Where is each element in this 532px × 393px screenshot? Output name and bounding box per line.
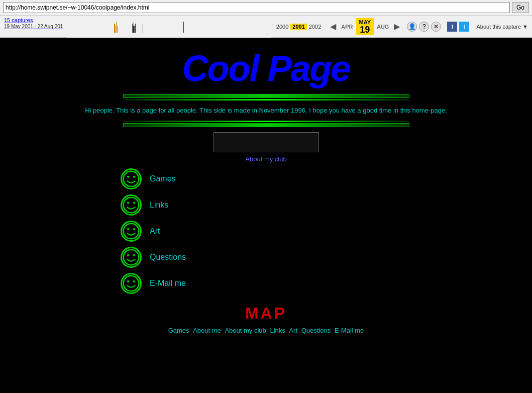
menu-item-games: Games	[121, 168, 532, 189]
about-capture-label: About this capture	[476, 24, 521, 30]
svg-point-4	[127, 202, 129, 204]
year-2002[interactable]: 2002	[307, 24, 323, 30]
about-club-link[interactable]: About my club	[245, 155, 286, 163]
svg-point-3	[124, 197, 139, 213]
svg-point-10	[127, 254, 129, 256]
menu-item-art: Art	[121, 221, 532, 242]
club-image	[214, 132, 319, 152]
timeline-bar	[67, 16, 271, 38]
svg-point-0	[124, 171, 139, 186]
svg-point-2	[133, 175, 135, 177]
year-labels: 2000 2001 2002	[271, 16, 326, 37]
twitter-icon[interactable]: t	[459, 22, 469, 32]
main-content: Cool Page Hi people. This is a page for …	[0, 38, 532, 393]
facebook-icon[interactable]: f	[447, 22, 457, 32]
month-aug[interactable]: AUG	[374, 23, 392, 31]
svg-point-8	[133, 228, 135, 230]
email-smiley	[121, 273, 142, 294]
captures-count[interactable]: 15 captures	[4, 17, 63, 24]
site-title-text: Cool Page	[182, 48, 350, 88]
close-icon[interactable]: ✕	[431, 22, 441, 32]
month-aug-label: AUG	[377, 24, 389, 30]
smiley-svg-games	[123, 170, 140, 187]
top-divider-thin	[123, 99, 409, 101]
go-button[interactable]: Go	[512, 2, 529, 13]
map-link-links[interactable]: Links	[270, 327, 285, 334]
svg-point-7	[127, 228, 129, 230]
about-capture-chevron: ▼	[522, 24, 528, 30]
svg-point-9	[124, 249, 139, 265]
smiley-svg-links	[123, 197, 140, 214]
url-bar-row: Go	[0, 0, 532, 15]
smiley-svg-email	[123, 275, 140, 292]
games-smiley	[121, 168, 142, 189]
map-link-games[interactable]: Games	[168, 327, 189, 334]
menu-list: Games Links Ar	[0, 168, 532, 294]
welcome-text: Hi people. This is a page for all people…	[0, 102, 532, 120]
svg-point-14	[133, 280, 135, 282]
menu-item-links: Links	[121, 194, 532, 216]
map-link-aboutme[interactable]: About me	[193, 327, 221, 334]
links-link[interactable]: Links	[150, 201, 168, 210]
captures-dates: 19 May 2001 - 22 Aug 201	[4, 24, 63, 30]
links-smiley	[121, 194, 142, 216]
map-link-art[interactable]: Art	[289, 327, 297, 334]
social-icons: f t	[444, 16, 472, 37]
nav-icons: 👤 ? ✕	[404, 16, 444, 37]
bottom-divider-thin	[123, 121, 409, 122]
svg-point-12	[124, 275, 139, 291]
svg-point-5	[133, 202, 135, 204]
smiley-svg-questions	[123, 249, 140, 266]
bottom-divider-thick	[123, 123, 409, 127]
svg-point-11	[133, 254, 135, 256]
svg-point-6	[124, 223, 139, 239]
smiley-svg-art	[123, 223, 140, 240]
menu-item-email: E-Mail me	[121, 273, 532, 294]
month-apr[interactable]: APR	[338, 23, 356, 31]
email-link[interactable]: E-Mail me	[150, 279, 186, 288]
map-link-aboutclub[interactable]: About my club	[225, 327, 266, 334]
club-section: About my club	[166, 132, 367, 163]
svg-point-1	[127, 175, 129, 177]
year-2000[interactable]: 2000	[274, 24, 290, 30]
year-2001[interactable]: 2001	[290, 24, 306, 30]
calendar-row: 15 captures 19 May 2001 - 22 Aug 201	[0, 15, 532, 37]
captures-label[interactable]: 15 captures 19 May 2001 - 22 Aug 201	[0, 16, 67, 37]
art-smiley	[121, 221, 142, 242]
map-links: Games About me About my club Links Art Q…	[0, 327, 532, 334]
help-icon[interactable]: ?	[419, 22, 429, 32]
month-apr-label: APR	[341, 24, 353, 30]
month-nav: ◀ APR MAY 19 AUG ▶	[326, 16, 404, 37]
site-title: Cool Page	[0, 38, 532, 94]
questions-link[interactable]: Questions	[150, 253, 186, 262]
next-month-button[interactable]: ▶	[392, 22, 402, 31]
art-link[interactable]: Art	[150, 227, 160, 236]
prev-month-button[interactable]: ◀	[328, 22, 338, 31]
wayback-toolbar: Go 15 captures 19 May 2001 - 22 Aug 201	[0, 0, 532, 38]
month-may[interactable]: MAY 19	[356, 18, 374, 35]
url-input[interactable]	[3, 2, 510, 13]
user-icon[interactable]: 👤	[407, 22, 417, 32]
questions-smiley	[121, 247, 142, 268]
month-may-day: 19	[360, 25, 370, 34]
month-may-label: MAY	[359, 19, 371, 25]
map-section: MAP Games About me About my club Links A…	[0, 304, 532, 334]
timeline-container	[67, 16, 271, 38]
menu-item-questions: Questions	[121, 247, 532, 268]
svg-point-13	[127, 280, 129, 282]
games-link[interactable]: Games	[150, 174, 176, 183]
map-link-questions[interactable]: Questions	[301, 327, 331, 334]
top-divider-thick	[123, 94, 409, 98]
map-title: MAP	[0, 304, 532, 323]
map-link-email[interactable]: E-Mail me	[335, 327, 364, 334]
about-capture[interactable]: About this capture ▼	[472, 16, 532, 37]
